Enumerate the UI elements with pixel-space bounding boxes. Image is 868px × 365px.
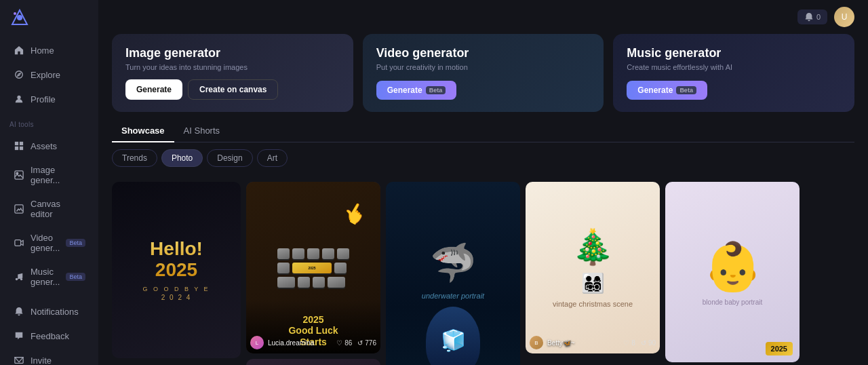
sidebar-item-feedback-label: Feedback [31,331,69,341]
sidebar-item-profile[interactable]: Profile [4,88,94,111]
baby-emoji: 👶 [703,239,762,294]
image-gen-card-buttons: Generate Create on canvas [125,79,340,100]
sidebar-item-invite[interactable]: Invite [4,349,94,365]
topbar-icons: 0 U [797,7,854,27]
notification-button[interactable]: 0 [797,9,827,24]
video-gen-badge: Beta [66,239,85,247]
tab-showcase[interactable]: Showcase [112,121,174,142]
grid-item-keyboard[interactable]: 2025 2025Good LuckStarts [246,182,380,353]
christmas-stats: ♡ 8 ↺ 90 [623,339,656,347]
grid-item-baby[interactable]: 👶 blonde baby portrait 2025 [665,182,800,362]
baby-year-banner: 2025 [766,342,793,356]
hello2025-image: Hello!2025 G O O D B Y E 2 0 2 4 [112,182,241,358]
tabs: Showcase AI Shorts [112,121,854,142]
filter-art[interactable]: Art [257,149,288,167]
shark-emoji: 🦈 [430,241,477,285]
notification-count: 0 [816,13,821,21]
sidebar-item-notifications-label: Notifications [31,307,79,317]
music-gen-beta-tag: Beta [676,86,696,94]
goodbye-year: 2 0 2 4 [161,294,192,301]
svg-point-3 [16,71,23,79]
grid-item-christmas[interactable]: 🎄 👨‍👩‍👧‍👦 vintage christmas scene B Bett… [526,182,660,353]
grid-col-1: Hello!2025 G O O D B Y E 2 0 2 4 [112,182,241,365]
sidebar-item-video-gen[interactable]: Video gener... Beta [4,227,94,259]
baby-subtitle: blonde baby portrait [703,299,762,306]
sidebar-section-label: AI tools [0,114,98,131]
profile-icon [14,94,24,104]
christmas-author-avatar: B [530,336,543,349]
christmas-likes: ♡ 8 [623,339,635,347]
sidebar-item-notifications[interactable]: Notifications [4,300,94,323]
shark-subtitle: underwater portrait [422,292,484,300]
grid-item-shark[interactable]: 🦈 underwater portrait 🧊 [386,182,520,365]
christmas-image: 🎄 👨‍👩‍👧‍👦 vintage christmas scene [526,182,660,353]
grid-item-hello2025[interactable]: Hello!2025 G O O D B Y E 2 0 2 4 [112,182,241,358]
sidebar-item-explore-label: Explore [31,70,60,80]
sidebar-item-canvas-label: Canvas editor [31,199,85,219]
filter-photo[interactable]: Photo [161,149,203,167]
small-image: 🌟 [246,359,380,365]
sidebar-nav-bottom: Notifications Feedback Invite [0,296,98,365]
tab-ai-shorts[interactable]: AI Shorts [174,121,229,142]
sidebar-item-home[interactable]: Home [4,39,94,62]
filter-trends[interactable]: Trends [112,149,157,167]
christmas-reposts-count: 90 [648,339,656,347]
sidebar-item-music-gen[interactable]: Music gener... Beta [4,261,94,293]
sidebar-item-image-gen[interactable]: Image gener... [4,159,94,191]
filter-design[interactable]: Design [207,149,252,167]
shark-image: 🦈 underwater portrait 🧊 [386,182,520,365]
sidebar-item-invite-label: Invite [31,356,52,366]
video-gen-generate-button[interactable]: Generate Beta [376,81,457,100]
christmas-reposts: ↺ 90 [641,339,656,347]
christmas-family-emoji: 👨‍👩‍👧‍👦 [581,272,605,294]
tabs-section: Showcase AI Shorts Trends Photo Design A… [98,121,868,182]
svg-rect-8 [20,147,23,150]
image-gen-generate-button[interactable]: Generate [125,79,182,100]
music-gen-card-subtitle: Create music effortlessly with AI [627,63,841,71]
sidebar-item-music-gen-label: Music gener... [31,267,60,287]
sidebar-nav-main: Home Explore Profile [0,35,98,114]
music-generator-card: Music generator Create music effortlessl… [613,34,854,112]
sidebar-item-assets[interactable]: Assets [4,134,94,157]
music-gen-badge: Beta [66,273,85,281]
logo[interactable] [0,0,98,35]
image-gen-card-title: Image generator [125,46,340,60]
keyboard-likes-count: 86 [344,339,352,347]
grid-item-small[interactable]: 🌟 [246,359,380,365]
christmas-emoji: 🎄 [572,227,614,267]
keyboard-likes: ♡ 86 [336,339,352,347]
christmas-likes-count: 8 [631,339,635,347]
sidebar-item-explore[interactable]: Explore [4,63,94,86]
sidebar-item-home-label: Home [31,45,54,56]
svg-point-2 [14,12,16,15]
svg-point-1 [17,15,22,20]
sidebar-item-canvas[interactable]: Canvas editor [4,193,94,225]
grid-col-5: 👶 blonde baby portrait 2025 [665,182,800,365]
svg-rect-12 [15,240,21,246]
image-gen-canvas-button[interactable]: Create on canvas [188,79,278,100]
main-content: 0 U Image generator Turn your ideas into… [98,0,868,365]
sidebar-item-video-gen-label: Video gener... [31,233,60,253]
heart-icon-2: ♡ [623,339,629,347]
music-gen-card-buttons: Generate Beta [627,81,841,100]
user-avatar[interactable]: U [834,7,854,27]
image-generator-card: Image generator Turn your ideas into stu… [112,34,353,112]
grid-col-2: 2025 2025Good LuckStarts [246,182,380,365]
home-icon [14,45,24,56]
sidebar-bottom: Notifications Feedback Invite [0,296,98,365]
keyboard-image: 2025 2025Good LuckStarts [246,182,380,353]
music-gen-button-label: Generate [637,85,673,95]
music-gen-generate-button[interactable]: Generate Beta [627,81,707,100]
video-gen-button-label: Generate [387,85,422,95]
video-gen-card-subtitle: Put your creativity in motion [376,63,591,71]
feedback-icon [14,330,24,341]
shark-figure: 🧊 [426,307,480,366]
video-gen-icon [14,237,24,248]
image-gen-icon [14,170,24,180]
keyboard-post-meta: L Lucia.dreamina ♡ 86 ↺ 776 [250,336,376,349]
sidebar-item-assets-label: Assets [31,141,57,151]
sidebar-item-feedback[interactable]: Feedback [4,324,94,347]
sidebar-item-image-gen-label: Image gener... [31,165,85,185]
video-gen-beta-tag: Beta [426,86,446,94]
grid-col-4: 🎄 👨‍👩‍👧‍👦 vintage christmas scene B Bett… [526,182,660,365]
